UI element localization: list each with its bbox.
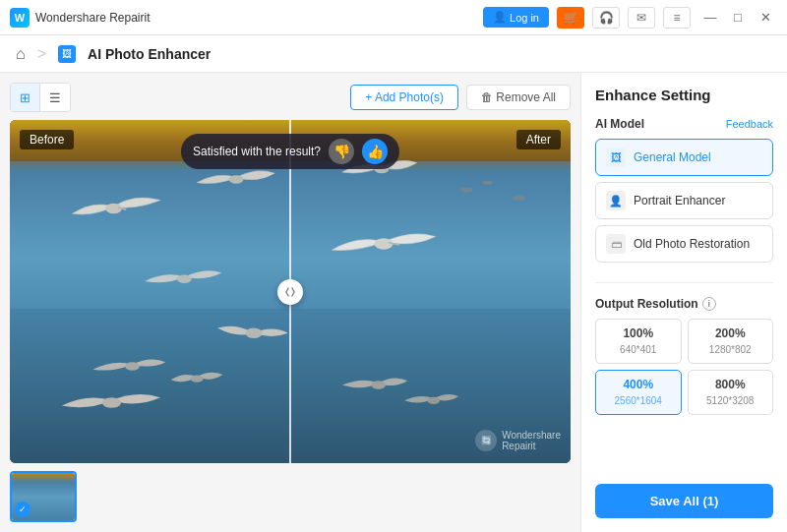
svg-point-7 (191, 375, 204, 382)
svg-point-9 (427, 397, 440, 404)
portrait-model-icon: 👤 (606, 191, 626, 210)
svg-point-5 (246, 327, 263, 338)
view-toggles: ⊞ ☰ (10, 83, 71, 112)
svg-point-8 (371, 381, 386, 388)
feedback-link[interactable]: Feedback (726, 118, 773, 130)
toolbar: ⊞ ☰ + Add Photo(s) 🗑 Remove All (10, 83, 571, 112)
model-portrait[interactable]: 👤 Portrait Enhancer (595, 182, 773, 219)
satisfied-tooltip: Satisfied with the result? 👎 👍 (181, 134, 399, 169)
page-icon: 🖼 (58, 45, 76, 63)
right-panel: Enhance Setting AI Model Feedback 🖼 Gene… (580, 73, 787, 532)
login-button[interactable]: 👤 Log in (483, 7, 549, 28)
nav-bar: ⌂ > 🖼 AI Photo Enhancer (0, 35, 787, 73)
thumbs-up-button[interactable]: 👍 (362, 139, 388, 164)
oldphoto-model-label: Old Photo Restoration (634, 237, 750, 251)
toolbar-actions: + Add Photo(s) 🗑 Remove All (350, 85, 571, 110)
panel-title: Enhance Setting (595, 87, 773, 103)
minimize-button[interactable]: — (698, 7, 722, 29)
ai-model-header: AI Model Feedback (595, 117, 773, 131)
svg-point-12 (482, 181, 493, 185)
before-label: Before (20, 130, 74, 149)
grid-icon: ⊞ (20, 90, 30, 105)
resolution-400[interactable]: 400% 2560*1604 (595, 370, 682, 415)
thumbs-down-button[interactable]: 👎 (329, 139, 354, 164)
menu-button[interactable]: ≡ (663, 7, 691, 29)
model-general[interactable]: 🖼 General Model (595, 139, 773, 176)
resolution-info-icon[interactable]: i (702, 297, 716, 311)
svg-point-4 (177, 275, 192, 283)
resolution-100[interactable]: 100% 640*401 (595, 319, 682, 364)
general-model-icon: 🖼 (606, 148, 626, 167)
svg-point-13 (513, 196, 525, 201)
general-model-label: General Model (634, 150, 711, 164)
after-label: After (516, 130, 561, 149)
svg-point-1 (229, 175, 244, 183)
scene: 🔄 Wondershare Repairit (10, 120, 571, 463)
ai-model-label: AI Model (595, 117, 644, 131)
watermark-icon: 🔄 (475, 430, 497, 451)
thumbnail-strip: ✓ (10, 471, 571, 522)
model-oldphoto[interactable]: 🗃 Old Photo Restoration (595, 225, 773, 263)
home-icon[interactable]: ⌂ (16, 45, 26, 63)
compare-handle[interactable] (277, 279, 303, 305)
satisfied-text: Satisfied with the result? (193, 145, 321, 158)
main-content: ⊞ ☰ + Add Photo(s) 🗑 Remove All Before A… (0, 73, 787, 532)
add-photos-button[interactable]: + Add Photo(s) (350, 85, 458, 110)
headset-button[interactable]: 🎧 (592, 7, 620, 29)
thumbnail-item[interactable]: ✓ (10, 471, 77, 522)
svg-point-11 (460, 187, 473, 192)
resolution-label: Output Resolution i (595, 297, 773, 311)
app-icon: W (10, 8, 30, 28)
resolution-200[interactable]: 200% 1280*802 (688, 319, 774, 364)
watermark: 🔄 Wondershare Repairit (475, 430, 561, 451)
image-viewer: Before After Satisfied with the result? … (10, 120, 571, 463)
login-label: Log in (510, 12, 539, 24)
cart-button[interactable]: 🛒 (557, 7, 584, 29)
grid-view-button[interactable]: ⊞ (11, 84, 40, 111)
page-title: AI Photo Enhancer (88, 46, 211, 62)
thumbnail-check-icon: ✓ (15, 502, 30, 517)
window-controls: — □ ✕ (698, 7, 777, 29)
oldphoto-model-icon: 🗃 (606, 234, 626, 254)
left-panel: ⊞ ☰ + Add Photo(s) 🗑 Remove All Before A… (0, 73, 580, 532)
svg-point-10 (102, 397, 121, 408)
list-view-button[interactable]: ☰ (40, 84, 70, 111)
watermark-text: Wondershare Repairit (502, 430, 561, 451)
nav-separator: > (37, 45, 46, 63)
mail-button[interactable]: ✉ (628, 7, 655, 29)
save-all-button[interactable]: Save All (1) (595, 484, 773, 518)
ai-model-section: AI Model Feedback 🖼 General Model 👤 Port… (595, 117, 773, 268)
resolution-800[interactable]: 800% 5120*3208 (688, 370, 774, 415)
resolution-section: Output Resolution i 100% 640*401 200% 12… (595, 297, 773, 415)
close-button[interactable]: ✕ (754, 7, 777, 29)
title-bar-right: 👤 Log in 🛒 🎧 ✉ ≡ — □ ✕ (483, 7, 777, 29)
portrait-model-label: Portrait Enhancer (634, 194, 725, 207)
section-divider (595, 282, 773, 283)
svg-point-6 (125, 362, 140, 370)
resolution-grid: 100% 640*401 200% 1280*802 400% 2560*160… (595, 319, 773, 415)
title-bar: W Wondershare Repairit 👤 Log in 🛒 🎧 ✉ ≡ … (0, 0, 787, 35)
user-icon: 👤 (493, 11, 507, 24)
remove-all-button[interactable]: 🗑 Remove All (466, 85, 571, 110)
app-name: Wondershare Repairit (35, 11, 151, 25)
maximize-button[interactable]: □ (726, 7, 750, 29)
list-icon: ☰ (49, 90, 61, 105)
title-bar-left: W Wondershare Repairit (10, 8, 151, 28)
